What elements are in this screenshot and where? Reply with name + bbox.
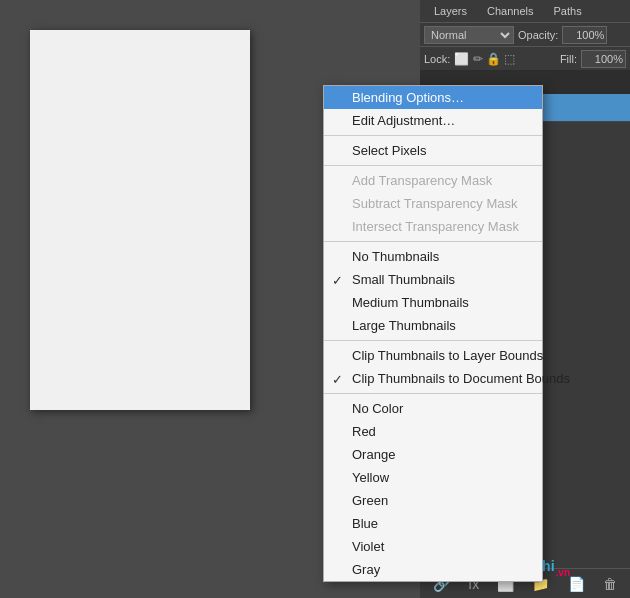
delete-icon[interactable]: 🗑: [603, 576, 617, 592]
menu-item-edit-adjustment[interactable]: Edit Adjustment…: [324, 109, 542, 132]
menu-item-yellow[interactable]: Yellow: [324, 466, 542, 489]
tab-paths[interactable]: Paths: [548, 3, 588, 19]
new-layer-icon[interactable]: 📄: [568, 576, 585, 592]
menu-separator: [324, 135, 542, 136]
menu-item-label-small-thumbnails: Small Thumbnails: [352, 272, 455, 287]
lock-label: Lock:: [424, 53, 450, 65]
panel-header: Layers Channels Paths: [420, 0, 630, 22]
menu-separator: [324, 165, 542, 166]
tab-layers[interactable]: Layers: [428, 3, 473, 19]
menu-item-label-blending-options: Blending Options…: [352, 90, 464, 105]
watermark-suffix: .vn: [556, 567, 570, 578]
menu-item-label-no-thumbnails: No Thumbnails: [352, 249, 439, 264]
menu-separator: [324, 241, 542, 242]
canvas-document: [30, 30, 250, 410]
menu-item-clip-document-bounds[interactable]: ✓Clip Thumbnails to Document Bounds: [324, 367, 542, 390]
context-menu: Blending Options…Edit Adjustment…Select …: [323, 85, 543, 582]
lock-icons: ⬜ ✏ 🔒 ⬚: [454, 52, 515, 66]
menu-item-green[interactable]: Green: [324, 489, 542, 512]
opacity-label: Opacity:: [518, 29, 558, 41]
menu-item-label-add-transparency-mask: Add Transparency Mask: [352, 173, 492, 188]
menu-item-label-green: Green: [352, 493, 388, 508]
menu-separator: [324, 393, 542, 394]
menu-item-label-medium-thumbnails: Medium Thumbnails: [352, 295, 469, 310]
menu-item-intersect-transparency-mask: Intersect Transparency Mask: [324, 215, 542, 238]
fill-input[interactable]: [581, 50, 626, 68]
menu-item-medium-thumbnails[interactable]: Medium Thumbnails: [324, 291, 542, 314]
menu-item-label-edit-adjustment: Edit Adjustment…: [352, 113, 455, 128]
menu-item-label-blue: Blue: [352, 516, 378, 531]
fill-label: Fill:: [560, 53, 577, 65]
menu-item-red[interactable]: Red: [324, 420, 542, 443]
menu-item-gray[interactable]: Gray: [324, 558, 542, 581]
menu-item-label-no-color: No Color: [352, 401, 403, 416]
menu-item-orange[interactable]: Orange: [324, 443, 542, 466]
menu-item-select-pixels[interactable]: Select Pixels: [324, 139, 542, 162]
blend-mode-row: Normal Opacity:: [420, 22, 630, 46]
menu-item-no-color[interactable]: No Color: [324, 397, 542, 420]
menu-item-label-large-thumbnails: Large Thumbnails: [352, 318, 456, 333]
menu-item-clip-layer-bounds[interactable]: Clip Thumbnails to Layer Bounds: [324, 344, 542, 367]
menu-item-blending-options[interactable]: Blending Options…: [324, 86, 542, 109]
opacity-input[interactable]: [562, 26, 607, 44]
blend-mode-select[interactable]: Normal: [424, 26, 514, 44]
tab-channels[interactable]: Channels: [481, 3, 539, 19]
menu-item-subtract-transparency-mask: Subtract Transparency Mask: [324, 192, 542, 215]
menu-item-label-clip-document-bounds: Clip Thumbnails to Document Bounds: [352, 371, 570, 386]
menu-item-label-orange: Orange: [352, 447, 395, 462]
menu-item-label-violet: Violet: [352, 539, 384, 554]
menu-item-blue[interactable]: Blue: [324, 512, 542, 535]
menu-item-add-transparency-mask: Add Transparency Mask: [324, 169, 542, 192]
menu-item-label-gray: Gray: [352, 562, 380, 577]
menu-item-small-thumbnails[interactable]: ✓Small Thumbnails: [324, 268, 542, 291]
menu-item-label-clip-layer-bounds: Clip Thumbnails to Layer Bounds: [352, 348, 543, 363]
menu-item-label-intersect-transparency-mask: Intersect Transparency Mask: [352, 219, 519, 234]
menu-item-label-yellow: Yellow: [352, 470, 389, 485]
menu-item-label-select-pixels: Select Pixels: [352, 143, 426, 158]
menu-separator: [324, 340, 542, 341]
menu-item-no-thumbnails[interactable]: No Thumbnails: [324, 245, 542, 268]
menu-item-violet[interactable]: Violet: [324, 535, 542, 558]
menu-item-label-subtract-transparency-mask: Subtract Transparency Mask: [352, 196, 517, 211]
lock-row: Lock: ⬜ ✏ 🔒 ⬚ Fill:: [420, 46, 630, 70]
menu-item-large-thumbnails[interactable]: Large Thumbnails: [324, 314, 542, 337]
menu-item-label-red: Red: [352, 424, 376, 439]
